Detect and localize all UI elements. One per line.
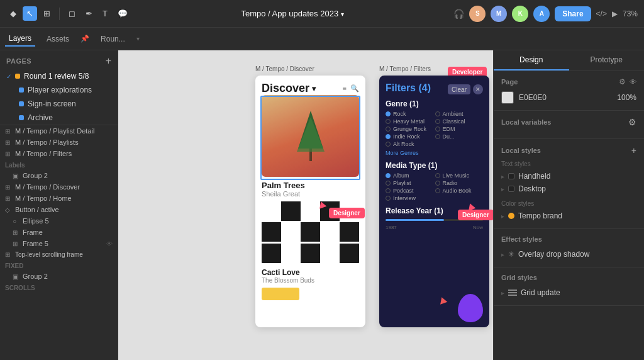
play-icon[interactable]: ▶: [612, 9, 618, 18]
search-icon[interactable]: 🔍: [350, 84, 359, 93]
code-icon[interactable]: </>: [596, 9, 607, 18]
radio-live[interactable]: [435, 173, 440, 178]
layer-group2-1[interactable]: ▣ Group 2: [0, 170, 118, 181]
style-desktop[interactable]: ▸ Desktop: [501, 183, 636, 195]
effect-overlay[interactable]: ▸ ✳ Overlay drop shadow: [501, 248, 636, 261]
genre-edm[interactable]: EDM: [435, 126, 484, 132]
radio-heavymetal[interactable]: [386, 119, 391, 124]
radio-grunge[interactable]: [386, 127, 391, 132]
radio-interview[interactable]: [386, 196, 391, 201]
layer-frame[interactable]: ⊞ Frame: [0, 227, 118, 238]
media-album[interactable]: Album: [386, 172, 434, 179]
page-item-round1[interactable]: ✓ Round 1 review 5/8: [0, 69, 118, 83]
layer-frame5[interactable]: ⊞ Frame 5 👁: [0, 238, 118, 249]
title-chevron[interactable]: ▾: [341, 11, 344, 18]
media-audiobook[interactable]: Audio Book: [435, 188, 484, 194]
radio-edm[interactable]: [435, 127, 440, 132]
genre-alt[interactable]: Alt Rock: [386, 141, 434, 147]
style-tempo-brand[interactable]: ▸ Tempo brand: [501, 210, 636, 222]
tab-round[interactable]: Roun...: [97, 32, 129, 46]
media-podcast[interactable]: Podcast: [386, 188, 434, 194]
page-item-player[interactable]: Player explorations: [0, 83, 118, 97]
radio-audiobook[interactable]: [435, 188, 440, 193]
share-button[interactable]: Share: [555, 6, 591, 21]
filters-frame[interactable]: Filters (4) Clear ✕ Genre (1) Rock Ambie…: [379, 76, 489, 327]
radio-classical[interactable]: [435, 119, 440, 124]
canvas[interactable]: M / Tempo / Discover M / Tempo / Filters…: [118, 50, 493, 360]
add-style-button[interactable]: +: [631, 145, 636, 155]
genre-dubstep[interactable]: Du...: [435, 133, 484, 140]
radio-podcast[interactable]: [386, 188, 391, 193]
grid-styles-section: Grid styles ▸ Grid update: [494, 267, 644, 306]
headphone-icon[interactable]: 🎧: [453, 9, 464, 19]
radio-ambient[interactable]: [435, 111, 440, 116]
select-tool[interactable]: ↖: [23, 6, 37, 21]
chevron-tempo: ▸: [501, 213, 504, 220]
page-color-swatch[interactable]: [501, 91, 514, 104]
tab-assets[interactable]: Assets: [43, 32, 73, 46]
settings-icon[interactable]: ⚙: [619, 77, 626, 86]
genre-grunge[interactable]: Grunge Rock: [386, 126, 434, 132]
genre-rock[interactable]: Rock: [386, 111, 434, 117]
genre-heavymetal[interactable]: Heavy Metal: [386, 118, 434, 125]
tool-buttons: ◆ ↖ ⊞ ◻ ✒ T 💬: [6, 6, 131, 21]
style-handheld[interactable]: ▸ Handheld: [501, 170, 636, 183]
avatar-2[interactable]: M: [491, 6, 507, 22]
media-playlist[interactable]: Playlist: [386, 180, 434, 186]
layer-scrolling[interactable]: ⊞ Top-level scrolling frame: [0, 249, 118, 260]
shape-tool[interactable]: ◻: [65, 6, 79, 21]
grid-line1: [508, 290, 517, 291]
radio-indie[interactable]: [386, 134, 391, 139]
page-opacity[interactable]: 100%: [617, 93, 636, 102]
layer-playlists[interactable]: ⊞ M / Tempo / Playlists: [0, 137, 118, 148]
radio-radio[interactable]: [435, 181, 440, 186]
page-item-archive[interactable]: Archive: [0, 111, 118, 125]
frame-tool[interactable]: ⊞: [40, 6, 54, 21]
tab-design[interactable]: Design: [494, 50, 569, 70]
radio-playlist[interactable]: [386, 181, 391, 186]
tab-layers[interactable]: Layers: [5, 31, 35, 47]
avatar-4[interactable]: A: [533, 6, 550, 22]
radio-alt[interactable]: [386, 142, 391, 147]
layer-discover[interactable]: ⊞ M / Tempo / Discover: [0, 181, 118, 193]
file-name[interactable]: App updates 2023: [272, 9, 339, 18]
page-color-value[interactable]: E0E0E0: [519, 93, 612, 102]
clear-button[interactable]: Clear: [448, 84, 470, 94]
genre-ambient[interactable]: Ambient: [435, 111, 484, 117]
local-vars-icon[interactable]: ⚙: [628, 117, 636, 127]
genre-classical[interactable]: Classical: [435, 118, 484, 125]
genre-indie[interactable]: Indie Rock: [386, 133, 434, 140]
close-filter-button[interactable]: ✕: [473, 84, 483, 94]
page-item-signin[interactable]: Sign-in screen: [0, 97, 118, 111]
text-tool[interactable]: T: [99, 6, 111, 21]
layer-ellipse5[interactable]: ○ Ellipse 5: [0, 215, 118, 227]
filter-icon[interactable]: ≡: [343, 84, 347, 93]
avatar-3[interactable]: K: [512, 6, 528, 22]
grid-update[interactable]: ▸ Grid update: [501, 286, 636, 299]
pen-tool[interactable]: ✒: [82, 6, 96, 21]
layer-home[interactable]: ⊞ M / Tempo / Home: [0, 193, 118, 204]
avatar-1[interactable]: S: [469, 6, 486, 22]
zoom-level[interactable]: 73%: [623, 9, 638, 18]
media-live[interactable]: Live Music: [435, 172, 484, 179]
tab-prototype[interactable]: Prototype: [569, 50, 645, 70]
layer-filters[interactable]: ⊞ M / Tempo / Filters: [0, 148, 118, 159]
radio-album[interactable]: [386, 173, 391, 178]
eye-icon[interactable]: 👁: [106, 240, 113, 247]
layer-button[interactable]: ◇ Button / active: [0, 204, 118, 215]
add-page-button[interactable]: +: [106, 55, 111, 67]
c13: [301, 244, 320, 263]
radio-dubstep[interactable]: [435, 134, 440, 139]
round-chevron[interactable]: ▾: [136, 35, 140, 42]
eye-page-icon[interactable]: 👁: [630, 78, 636, 86]
radio-rock[interactable]: [386, 111, 391, 116]
media-radio[interactable]: Radio: [435, 180, 484, 186]
more-genres-link[interactable]: More Genres: [386, 150, 483, 156]
menu-tool[interactable]: ◆: [6, 6, 20, 21]
comment-tool[interactable]: 💬: [114, 6, 131, 21]
media-interview[interactable]: Interview: [386, 195, 434, 201]
layer-group2-2[interactable]: ▣ Group 2: [0, 271, 118, 282]
discover-frame[interactable]: Discover ▾ ≡ 🔍: [255, 76, 365, 327]
effect-styles-header: Effect styles: [501, 235, 636, 243]
layer-playlist-detail[interactable]: ⊞ M / Tempo / Playlist Detail: [0, 125, 118, 137]
